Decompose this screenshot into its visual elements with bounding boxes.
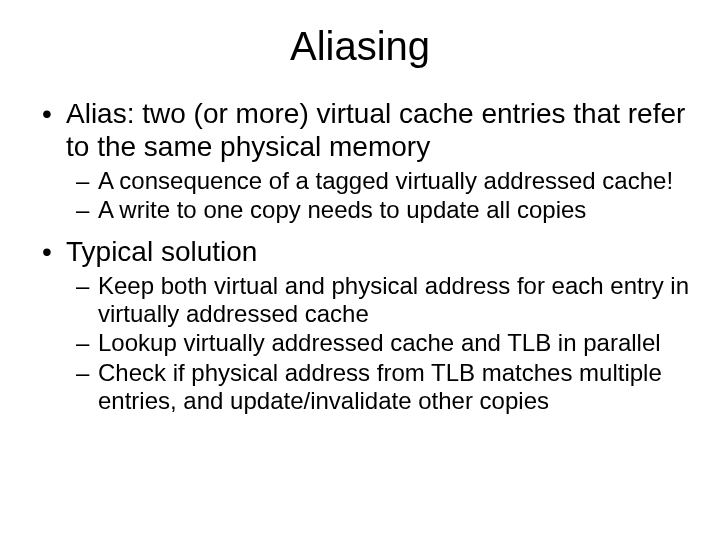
sub-bullet-marker: – — [76, 359, 98, 416]
sub-bullet-marker: – — [76, 329, 98, 357]
sub-bullet-text: Keep both virtual and physical address f… — [98, 272, 690, 329]
sub-bullet-text: A write to one copy needs to update all … — [98, 196, 690, 224]
bullet-item: • Typical solution — [38, 235, 690, 268]
slide-content: • Alias: two (or more) virtual cache ent… — [30, 97, 690, 415]
sub-bullet-item: – Check if physical address from TLB mat… — [76, 359, 690, 416]
bullet-text: Typical solution — [66, 235, 690, 268]
sub-bullet-marker: – — [76, 272, 98, 329]
sub-bullet-item: – A write to one copy needs to update al… — [76, 196, 690, 224]
bullet-text: Alias: two (or more) virtual cache entri… — [66, 97, 690, 163]
sub-bullet-text: Check if physical address from TLB match… — [98, 359, 690, 416]
sub-bullet-item: – A consequence of a tagged virtually ad… — [76, 167, 690, 195]
sub-list: – A consequence of a tagged virtually ad… — [76, 167, 690, 225]
sub-bullet-marker: – — [76, 167, 98, 195]
sub-bullet-text: Lookup virtually addressed cache and TLB… — [98, 329, 690, 357]
bullet-item: • Alias: two (or more) virtual cache ent… — [38, 97, 690, 163]
sub-list: – Keep both virtual and physical address… — [76, 272, 690, 416]
slide-title: Aliasing — [30, 24, 690, 69]
sub-bullet-item: – Keep both virtual and physical address… — [76, 272, 690, 329]
bullet-marker: • — [38, 235, 66, 268]
sub-bullet-text: A consequence of a tagged virtually addr… — [98, 167, 690, 195]
sub-bullet-item: – Lookup virtually addressed cache and T… — [76, 329, 690, 357]
bullet-marker: • — [38, 97, 66, 163]
sub-bullet-marker: – — [76, 196, 98, 224]
